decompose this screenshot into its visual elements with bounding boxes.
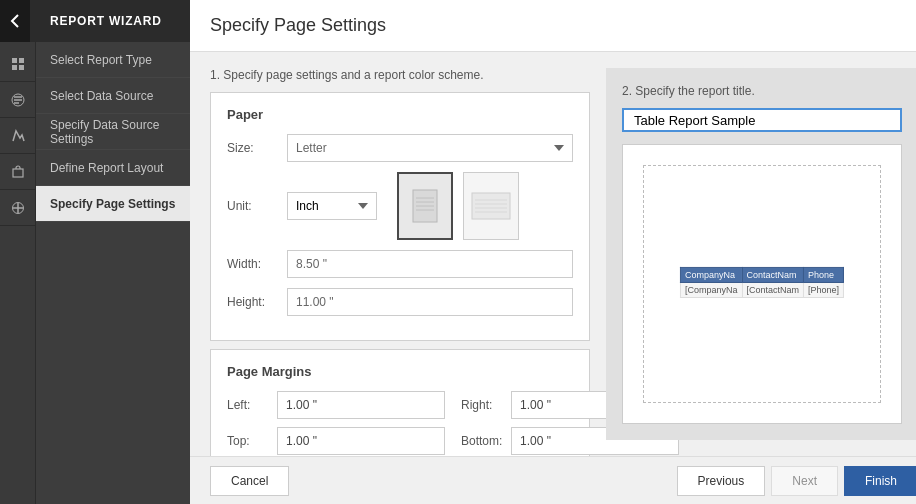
sidebar-icon-4[interactable] — [0, 154, 36, 190]
sidebar-item-label: Define Report Layout — [50, 161, 163, 175]
preview-data-row: [CompanyNa [ContactNam [Phone] — [680, 282, 843, 297]
preview-data-3: [Phone] — [804, 282, 844, 297]
sidebar-item-select-report-type[interactable]: Select Report Type — [36, 42, 190, 78]
unit-select-wrap: Inch — [287, 172, 519, 240]
page-landscape-thumb[interactable] — [463, 172, 519, 240]
sidebar-items-list: Select Report Type Select Data Source Sp… — [36, 42, 190, 504]
sidebar-icon-3[interactable] — [0, 118, 36, 154]
preview-col-3: Phone — [804, 267, 844, 282]
paper-section-title: Paper — [227, 107, 573, 122]
back-button[interactable] — [0, 0, 30, 42]
sidebar-item-label: Select Report Type — [50, 53, 152, 67]
svg-rect-5 — [13, 169, 23, 177]
footer: Cancel Previous Next Finish — [190, 456, 916, 504]
unit-select[interactable]: Inch — [287, 192, 377, 220]
bottom-margin-label: Bottom: — [461, 434, 505, 448]
right-panel: 2. Specify the report title. CompanyNa C… — [606, 68, 916, 440]
sidebar-item-select-data-source[interactable]: Select Data Source — [36, 78, 190, 114]
preview-col-2: ContactNam — [742, 267, 804, 282]
nav-buttons: Previous Next Finish — [677, 466, 916, 496]
top-margin-row: Top: — [227, 427, 445, 455]
portrait-icon — [411, 188, 439, 224]
height-row: Height: — [227, 288, 573, 316]
preview-data-1: [CompanyNa — [680, 282, 742, 297]
svg-rect-3 — [19, 65, 24, 70]
sidebar-item-define-report-layout[interactable]: Define Report Layout — [36, 150, 190, 186]
sidebar-icon-5[interactable] — [0, 190, 36, 226]
page-preview-wrap — [397, 172, 519, 240]
svg-rect-1 — [19, 58, 24, 63]
main-body: 1. Specify page settings and a report co… — [190, 52, 916, 456]
width-label: Width: — [227, 257, 287, 271]
preview-col-1: CompanyNa — [680, 267, 742, 282]
height-label: Height: — [227, 295, 287, 309]
report-title-input[interactable] — [622, 108, 902, 132]
width-input[interactable] — [287, 250, 573, 278]
page-title: Specify Page Settings — [190, 0, 916, 52]
top-margin-input[interactable] — [277, 427, 445, 455]
page-margins-title: Page Margins — [227, 364, 573, 379]
svg-rect-0 — [12, 58, 17, 63]
cancel-button[interactable]: Cancel — [210, 466, 289, 496]
left-margin-input[interactable] — [277, 391, 445, 419]
sidebar-item-specify-data-source-settings[interactable]: Specify Data Source Settings — [36, 114, 190, 150]
sidebar-icon-2[interactable] — [0, 82, 36, 118]
left-margin-row: Left: — [227, 391, 445, 419]
next-button[interactable]: Next — [771, 466, 838, 496]
margins-grid: Left: Right: Top: Bottom: — [227, 391, 573, 455]
right-panel-label: 2. Specify the report title. — [622, 84, 902, 98]
width-row: Width: — [227, 250, 573, 278]
svg-rect-2 — [12, 65, 17, 70]
right-margin-label: Right: — [461, 398, 505, 412]
preview-canvas: CompanyNa ContactNam Phone [CompanyNa [C… — [622, 144, 902, 424]
left-margin-label: Left: — [227, 398, 271, 412]
sidebar: REPORT WIZARD Select Report Type — [0, 0, 190, 504]
sidebar-item-label: Specify Data Source Settings — [50, 118, 190, 146]
preview-dashed-border: CompanyNa ContactNam Phone [CompanyNa [C… — [643, 165, 881, 403]
size-label: Size: — [227, 141, 287, 155]
sidebar-item-label: Specify Page Settings — [50, 197, 175, 211]
preview-header-row: CompanyNa ContactNam Phone — [680, 267, 843, 282]
unit-label: Unit: — [227, 199, 287, 213]
finish-button[interactable]: Finish — [844, 466, 916, 496]
previous-button[interactable]: Previous — [677, 466, 766, 496]
preview-data-2: [ContactNam — [742, 282, 804, 297]
sidebar-icon-1[interactable] — [0, 46, 36, 82]
sidebar-icons — [0, 42, 36, 504]
landscape-icon — [470, 191, 512, 221]
size-select[interactable]: Letter — [287, 134, 573, 162]
sidebar-header-area: REPORT WIZARD — [0, 0, 190, 42]
page-title-text: Specify Page Settings — [210, 15, 386, 36]
top-margin-label: Top: — [227, 434, 271, 448]
left-panel-label: 1. Specify page settings and a report co… — [210, 68, 590, 82]
sidebar-nav: Select Report Type Select Data Source Sp… — [0, 42, 190, 504]
preview-table: CompanyNa ContactNam Phone [CompanyNa [C… — [680, 267, 844, 298]
page-portrait-thumb[interactable] — [397, 172, 453, 240]
left-panel: 1. Specify page settings and a report co… — [210, 68, 590, 440]
sidebar-title: REPORT WIZARD — [36, 0, 190, 42]
paper-section: Paper Size: Letter Unit: Inch — [210, 92, 590, 341]
main-content: Specify Page Settings 1. Specify page se… — [190, 0, 916, 504]
sidebar-title-text: REPORT WIZARD — [50, 14, 162, 28]
height-input[interactable] — [287, 288, 573, 316]
sidebar-item-label: Select Data Source — [50, 89, 153, 103]
unit-row: Unit: Inch — [227, 172, 573, 240]
size-row: Size: Letter — [227, 134, 573, 162]
svg-rect-12 — [472, 193, 510, 219]
page-margins-section: Page Margins Left: Right: Top: — [210, 349, 590, 456]
sidebar-item-specify-page-settings[interactable]: Specify Page Settings — [36, 186, 190, 222]
